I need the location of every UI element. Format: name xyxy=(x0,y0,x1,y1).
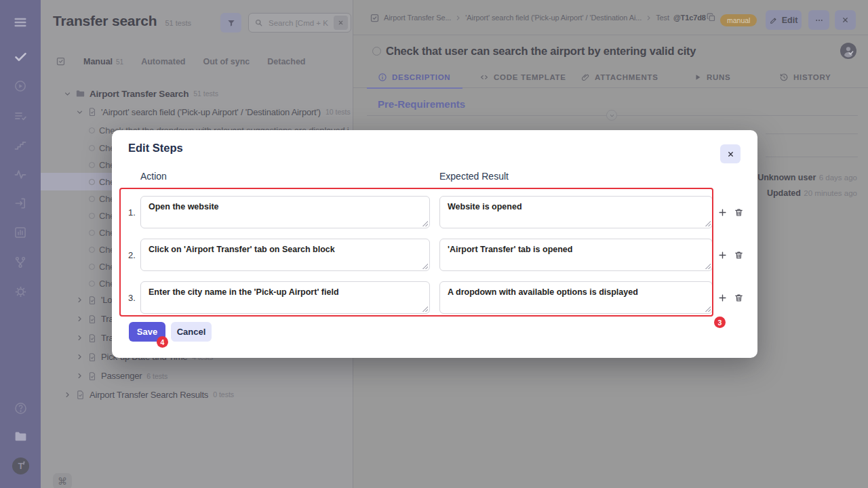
add-step-button[interactable] xyxy=(717,239,728,271)
add-step-button[interactable] xyxy=(717,196,728,228)
search-input[interactable] xyxy=(267,18,330,28)
chevron-right-icon[interactable] xyxy=(76,296,83,304)
edit-button[interactable]: Edit xyxy=(766,10,802,30)
pre-requirements-heading: Pre-Requirements xyxy=(378,98,465,110)
suite-doc-icon xyxy=(87,107,97,117)
tree-suite-passenger[interactable]: Passenger 6 tests xyxy=(41,367,353,385)
chevron-down-icon[interactable] xyxy=(64,90,71,98)
breadcrumb-suite[interactable]: 'Airport' search field ('Pick-up Airport… xyxy=(465,14,642,22)
history-clock-icon xyxy=(779,73,789,82)
test-status-circle xyxy=(89,162,95,168)
trash-icon xyxy=(734,250,744,260)
author-time: 6 days ago xyxy=(819,174,857,182)
tab-attachments[interactable]: ATTACHMENTS xyxy=(581,66,658,88)
chevron-right-icon[interactable] xyxy=(76,353,83,361)
trash-icon xyxy=(734,293,744,303)
author-name: Unknown user xyxy=(757,173,816,182)
step-action-input[interactable]: Enter the city name in the 'Pick-up Airp… xyxy=(140,281,430,314)
breadcrumb-project[interactable]: Airport Transfer Se... xyxy=(384,14,451,22)
tab-history[interactable]: HISTORY xyxy=(779,66,831,88)
svg-text:T: T xyxy=(18,461,24,471)
chevron-right-icon[interactable] xyxy=(76,315,83,323)
select-all-icon[interactable] xyxy=(56,56,66,66)
filter-button[interactable] xyxy=(220,13,241,33)
steps-stairs-icon[interactable] xyxy=(0,138,41,152)
step-expected-input[interactable]: Website is opened xyxy=(439,196,713,228)
tests-check-icon[interactable] xyxy=(0,49,41,64)
pulse-activity-icon[interactable] xyxy=(0,167,41,181)
menu-icon[interactable] xyxy=(0,15,41,30)
tree-root-folder[interactable]: Airport Transfer Search 51 tests xyxy=(41,85,353,102)
collapse-toggle-icon[interactable] xyxy=(606,110,617,121)
more-actions-button[interactable] xyxy=(808,10,829,30)
chevron-right-icon[interactable] xyxy=(64,391,71,399)
column-header-expected: Expected Result xyxy=(439,171,509,182)
cancel-button[interactable]: Cancel xyxy=(171,322,212,342)
tab-runs[interactable]: RUNS xyxy=(694,66,730,88)
project-title-row: Transfer search 51 tests xyxy=(53,13,191,29)
filter-tab-manual[interactable]: Manual51 xyxy=(83,57,123,66)
help-icon[interactable] xyxy=(0,401,41,415)
plus-icon xyxy=(717,250,728,260)
folder-icon xyxy=(75,89,85,99)
info-icon xyxy=(378,73,387,82)
meta-divider xyxy=(766,157,858,157)
modal-close-button[interactable] xyxy=(720,144,741,163)
search-clear-icon[interactable] xyxy=(334,16,348,30)
tree-suite-airport-search-field[interactable]: 'Airport' search field ('Pick-up Airport… xyxy=(41,103,353,121)
app-sidebar: T xyxy=(0,0,41,488)
filter-tab-out-of-sync[interactable]: Out of sync xyxy=(203,57,250,66)
ellipsis-icon xyxy=(814,16,824,25)
reports-chart-icon[interactable] xyxy=(0,226,41,239)
signin-door-icon[interactable] xyxy=(0,197,41,210)
branch-icon[interactable] xyxy=(0,256,41,269)
test-case-title: Check that user can search the airport b… xyxy=(386,45,696,58)
chevron-down-icon[interactable] xyxy=(76,108,83,116)
close-icon xyxy=(727,150,734,158)
annotation-badge-3: 3 xyxy=(714,317,726,328)
delete-step-button[interactable] xyxy=(734,281,744,314)
step-expected-input[interactable]: A dropdown with available options is dis… xyxy=(439,281,713,314)
runs-play-circle-icon[interactable] xyxy=(0,79,41,93)
docs-folder-icon[interactable] xyxy=(0,430,41,444)
delete-step-button[interactable] xyxy=(734,239,744,271)
step-action-input[interactable]: Open the website xyxy=(140,196,430,228)
close-panel-button[interactable] xyxy=(835,10,856,30)
plans-list-check-icon[interactable] xyxy=(0,109,41,123)
paperclip-icon xyxy=(581,73,590,82)
filter-tab-automated[interactable]: Automated xyxy=(141,57,185,66)
plus-icon xyxy=(717,293,728,303)
command-shortcut-button[interactable]: ⌘ xyxy=(53,473,72,488)
column-header-action: Action xyxy=(140,171,167,182)
chevron-right-icon[interactable] xyxy=(76,372,83,380)
close-icon xyxy=(842,16,849,24)
filter-tab-detached[interactable]: Detached xyxy=(267,57,305,66)
suite-doc-icon xyxy=(87,352,97,362)
gear-settings-icon[interactable] xyxy=(0,285,41,299)
author-meta: Unknown user 6 days ago xyxy=(757,171,857,183)
test-status-circle xyxy=(89,230,95,236)
assignee-avatar-icon[interactable] xyxy=(840,43,856,59)
suite-doc-icon xyxy=(87,371,97,381)
copy-icon[interactable] xyxy=(706,12,716,22)
tree-suite-results[interactable]: Airport Transfer Search Results 0 tests xyxy=(41,385,353,404)
step-row-1: 1. Open the website Website is opened xyxy=(112,196,757,228)
tab-description[interactable]: DESCRIPTION xyxy=(367,66,462,88)
test-id[interactable]: @T1c7d8... xyxy=(673,14,706,22)
code-icon xyxy=(479,73,489,82)
chevron-right-icon xyxy=(455,15,461,21)
app-root: T Transfer search 51 tests Manual51 Auto… xyxy=(0,0,868,488)
test-status-circle xyxy=(89,247,95,253)
updated-meta: Updated 20 minutes ago xyxy=(767,186,857,199)
step-row-2: 2. Click on 'Airport Transfer' tab on Se… xyxy=(112,239,757,271)
step-action-input[interactable]: Click on 'Airport Transfer' tab on Searc… xyxy=(140,239,430,271)
tab-code-template[interactable]: CODE TEMPLATE xyxy=(479,66,566,88)
chevron-right-icon[interactable] xyxy=(76,334,83,342)
breadcrumb-test[interactable]: Test xyxy=(656,14,669,22)
logo-avatar[interactable]: T xyxy=(0,457,41,475)
add-step-button[interactable] xyxy=(717,281,728,314)
case-checkbox-icon xyxy=(370,13,380,23)
step-expected-input[interactable]: 'Airport Transfer' tab is opened xyxy=(439,239,713,271)
delete-step-button[interactable] xyxy=(734,196,744,228)
test-status-circle xyxy=(89,281,95,287)
